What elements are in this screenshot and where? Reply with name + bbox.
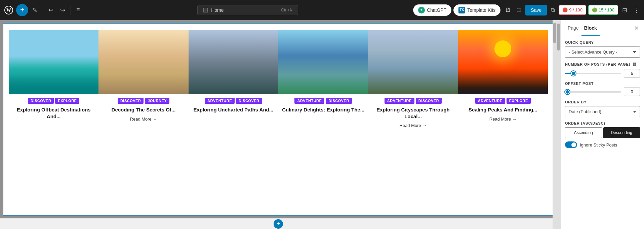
num-posts-slider-track[interactable]	[565, 73, 621, 74]
sidebar-toggle-button[interactable]: ⊟	[620, 4, 629, 16]
warning-counter-button[interactable]: 🟢 15 / 100	[588, 5, 618, 15]
home-search-button[interactable]: Home Ctrl+K	[197, 5, 298, 15]
template-kits-button[interactable]: TK Template Kits	[453, 4, 500, 16]
wp-logo-button[interactable]: W	[3, 4, 15, 16]
list-view-button[interactable]: ≡	[74, 4, 83, 15]
offset-slider-track[interactable]	[565, 91, 621, 93]
order-asc-desc-label: ORDER (ASC/DESC)	[565, 121, 640, 125]
settings-panel-icon: ⊟	[622, 7, 627, 13]
chatgpt-label: ChatGPT	[427, 7, 446, 13]
card-image-2	[189, 30, 278, 94]
order-by-select[interactable]: Date (Published)	[565, 106, 640, 117]
num-posts-label: NUMBER OF POSTS (PER PAGE) 🖥	[565, 62, 640, 67]
plus-icon: +	[20, 6, 24, 14]
toolbar-center-area: Home Ctrl+K	[84, 5, 412, 15]
add-block-bottom-button[interactable]: +	[274, 219, 283, 229]
page-icon	[203, 7, 208, 13]
redo-button[interactable]: ↪	[57, 4, 68, 16]
warning-count: 15 / 100	[599, 7, 614, 12]
card-tags-5: ADVENTUREEXPLORE	[458, 94, 548, 105]
num-posts-slider-thumb[interactable]	[571, 71, 576, 76]
error-counter-button[interactable]: 🔴 9 / 100	[559, 5, 586, 15]
scrollbar-thumb	[553, 23, 556, 43]
error-icon: 🔴	[562, 7, 568, 12]
divider-2	[71, 5, 71, 15]
ignore-sticky-row: Ignore Sticky Posts	[565, 141, 640, 148]
tag-discover: DISCOVER	[236, 98, 262, 104]
card-tags-2: ADVENTUREDISCOVER	[189, 94, 278, 105]
read-more-4[interactable]: Read More →	[368, 121, 458, 131]
toggle-knob	[571, 142, 576, 147]
card-1[interactable]: DISCOVERJOURNEYDecoding The Secrets Of..…	[98, 30, 188, 131]
divider-1	[43, 5, 43, 15]
ascending-button[interactable]: Ascending	[565, 127, 602, 138]
order-by-label: ORDER BY	[565, 100, 640, 104]
read-more-1[interactable]: Read More →	[98, 115, 188, 124]
save-button[interactable]: Save	[525, 5, 547, 15]
quick-query-label: QUICK QUERY	[565, 40, 640, 44]
card-tags-4: ADVENTUREDISCOVER	[368, 94, 458, 105]
card-0[interactable]: DISCOVEREXPLOREExploring Offbeat Destina…	[9, 30, 98, 131]
panel-scrollbar[interactable]	[557, 20, 561, 229]
svg-text:W: W	[6, 8, 11, 13]
canvas-bottom-bar: +	[0, 218, 557, 229]
panel-scroll-thumb	[557, 24, 560, 51]
more-options-button[interactable]: ⋮	[631, 4, 641, 16]
wp-icon: W	[3, 4, 15, 16]
ignore-sticky-label: Ignore Sticky Posts	[580, 142, 617, 148]
canvas: DISCOVEREXPLOREExploring Offbeat Destina…	[0, 20, 557, 229]
warning-icon: 🟢	[592, 7, 597, 12]
offset-value-input[interactable]	[624, 88, 640, 96]
plus-icon: +	[277, 220, 280, 227]
add-block-toolbar-button[interactable]: +	[16, 4, 28, 16]
preview-icon: ⬡	[517, 7, 521, 13]
undo-icon: ↩	[48, 6, 53, 14]
tag-explore: EXPLORE	[507, 98, 531, 104]
toolbar-right-area: ✦ ChatGPT TK Template Kits 🖥 ⬡ Save ⧉ 🔴 …	[413, 4, 641, 16]
card-image-4	[368, 30, 458, 94]
canvas-content: DISCOVEREXPLOREExploring Offbeat Destina…	[3, 23, 554, 216]
chatgpt-button[interactable]: ✦ ChatGPT	[413, 4, 451, 16]
tag-adventure: ADVENTURE	[294, 98, 324, 104]
card-2[interactable]: ADVENTUREDISCOVERExploring Uncharted Pat…	[189, 30, 278, 131]
main-toolbar: W + ✎ ↩ ↪ ≡ Home Ctrl+K ✦	[0, 0, 644, 20]
canvas-scrollbar[interactable]	[553, 20, 557, 229]
read-more-5[interactable]: Read More →	[458, 115, 548, 124]
tab-block[interactable]: Block	[581, 21, 600, 36]
card-image-1	[98, 30, 188, 94]
descending-button[interactable]: Descending	[603, 127, 640, 138]
offset-post-label: OFFSET POST	[565, 81, 640, 86]
card-image-3	[278, 30, 368, 94]
panel-close-button[interactable]: ✕	[633, 24, 640, 33]
card-tags-3: ADVENTUREDISCOVER	[278, 94, 368, 105]
undo-button[interactable]: ↩	[46, 4, 56, 16]
num-posts-value-input[interactable]	[624, 69, 640, 77]
tag-discover: DISCOVER	[118, 98, 144, 104]
panel-body: QUICK QUERY - Select Advance Query - NUM…	[561, 36, 644, 229]
tag-explore: EXPLORE	[55, 98, 79, 104]
tag-adventure: ADVENTURE	[205, 98, 235, 104]
layout-toggle-button[interactable]: ⧉	[549, 5, 557, 15]
card-4[interactable]: ADVENTUREDISCOVERExploring Cityscapes Th…	[368, 30, 458, 131]
tab-page[interactable]: Page	[565, 21, 581, 36]
main-area: DISCOVEREXPLOREExploring Offbeat Destina…	[0, 20, 644, 229]
tag-adventure: ADVENTURE	[475, 98, 505, 104]
card-5[interactable]: ADVENTUREEXPLOREScaling Peaks And Findin…	[458, 30, 548, 131]
quick-query-select[interactable]: - Select Advance Query -	[565, 46, 640, 58]
preview-button[interactable]: ⬡	[515, 4, 523, 15]
offset-slider-row	[565, 88, 640, 96]
card-image-0	[9, 30, 98, 94]
card-3[interactable]: ADVENTUREDISCOVERCulinary Delights: Expl…	[278, 30, 368, 131]
card-title-0: Exploring Offbeat Destinations And...	[9, 105, 98, 121]
offset-slider-thumb[interactable]	[565, 90, 570, 94]
card-title-3: Culinary Delights: Exploring The...	[278, 105, 368, 115]
card-title-2: Exploring Uncharted Paths And...	[189, 105, 278, 115]
card-title-4: Exploring Cityscapes Through Local...	[368, 105, 458, 121]
edit-button[interactable]: ✎	[30, 4, 40, 16]
view-mode-button[interactable]: 🖥	[502, 4, 513, 15]
list-icon: ≡	[76, 6, 80, 13]
ignore-sticky-toggle[interactable]	[565, 141, 577, 148]
card-title-1: Decoding The Secrets Of...	[98, 105, 188, 115]
template-kits-icon: TK	[458, 7, 465, 13]
tag-discover: DISCOVER	[326, 98, 352, 104]
